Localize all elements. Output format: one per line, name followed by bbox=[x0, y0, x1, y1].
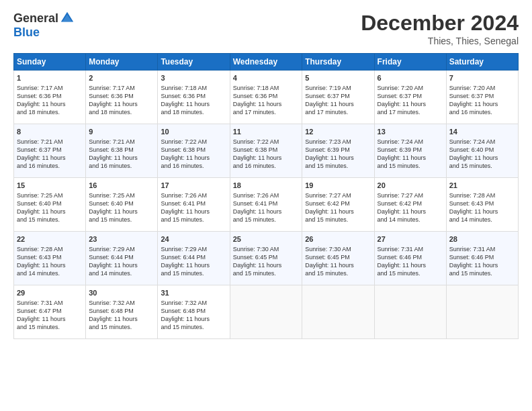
table-row: 16Sunrise: 7:25 AM Sunset: 6:40 PM Dayli… bbox=[86, 178, 158, 232]
table-row: 23Sunrise: 7:29 AM Sunset: 6:44 PM Dayli… bbox=[86, 232, 158, 285]
day-number: 6 bbox=[378, 73, 443, 83]
col-sunday: Sunday bbox=[14, 54, 86, 71]
page: General Blue December 2024 Thies, Thies,… bbox=[0, 0, 532, 411]
table-row: 17Sunrise: 7:26 AM Sunset: 6:41 PM Dayli… bbox=[158, 178, 230, 232]
table-row: 24Sunrise: 7:29 AM Sunset: 6:44 PM Dayli… bbox=[158, 232, 230, 285]
table-row bbox=[374, 285, 446, 339]
day-number: 16 bbox=[89, 181, 154, 191]
table-row: 9Sunrise: 7:21 AM Sunset: 6:38 PM Daylig… bbox=[86, 124, 158, 178]
table-row: 2Sunrise: 7:17 AM Sunset: 6:36 PM Daylig… bbox=[86, 71, 158, 124]
day-info: Sunrise: 7:20 AM Sunset: 6:37 PM Dayligh… bbox=[449, 84, 515, 117]
day-number: 7 bbox=[449, 73, 515, 83]
day-info: Sunrise: 7:23 AM Sunset: 6:39 PM Dayligh… bbox=[305, 138, 371, 171]
calendar-week-2: 8Sunrise: 7:21 AM Sunset: 6:37 PM Daylig… bbox=[14, 124, 519, 178]
header: General Blue December 2024 Thies, Thies,… bbox=[13, 11, 519, 46]
day-number: 27 bbox=[378, 234, 443, 244]
day-info: Sunrise: 7:25 AM Sunset: 6:40 PM Dayligh… bbox=[17, 191, 83, 224]
day-number: 2 bbox=[89, 73, 154, 83]
month-title: December 2024 bbox=[361, 11, 519, 36]
header-row: Sunday Monday Tuesday Wednesday Thursday… bbox=[14, 54, 519, 71]
day-number: 24 bbox=[161, 234, 226, 244]
calendar-week-3: 15Sunrise: 7:25 AM Sunset: 6:40 PM Dayli… bbox=[14, 178, 519, 232]
day-info: Sunrise: 7:19 AM Sunset: 6:37 PM Dayligh… bbox=[305, 84, 371, 117]
table-row: 19Sunrise: 7:27 AM Sunset: 6:42 PM Dayli… bbox=[302, 178, 374, 232]
day-info: Sunrise: 7:30 AM Sunset: 6:45 PM Dayligh… bbox=[305, 245, 371, 278]
day-info: Sunrise: 7:27 AM Sunset: 6:42 PM Dayligh… bbox=[378, 191, 443, 224]
day-number: 5 bbox=[305, 73, 371, 83]
day-number: 22 bbox=[17, 234, 83, 244]
table-row bbox=[230, 285, 302, 339]
day-number: 14 bbox=[449, 127, 515, 137]
day-number: 25 bbox=[233, 234, 300, 244]
day-number: 12 bbox=[305, 127, 371, 137]
day-info: Sunrise: 7:18 AM Sunset: 6:36 PM Dayligh… bbox=[233, 84, 300, 117]
day-info: Sunrise: 7:22 AM Sunset: 6:38 PM Dayligh… bbox=[233, 138, 300, 171]
logo-blue: Blue bbox=[13, 26, 40, 40]
day-info: Sunrise: 7:32 AM Sunset: 6:48 PM Dayligh… bbox=[89, 299, 154, 332]
day-number: 8 bbox=[17, 127, 83, 137]
day-info: Sunrise: 7:26 AM Sunset: 6:41 PM Dayligh… bbox=[161, 191, 226, 224]
table-row: 1Sunrise: 7:17 AM Sunset: 6:36 PM Daylig… bbox=[14, 71, 86, 124]
day-number: 30 bbox=[89, 288, 154, 298]
table-row: 15Sunrise: 7:25 AM Sunset: 6:40 PM Dayli… bbox=[14, 178, 86, 232]
table-row: 4Sunrise: 7:18 AM Sunset: 6:36 PM Daylig… bbox=[230, 71, 302, 124]
day-info: Sunrise: 7:29 AM Sunset: 6:44 PM Dayligh… bbox=[89, 245, 154, 278]
col-thursday: Thursday bbox=[302, 54, 374, 71]
day-info: Sunrise: 7:21 AM Sunset: 6:37 PM Dayligh… bbox=[17, 138, 83, 171]
day-info: Sunrise: 7:27 AM Sunset: 6:42 PM Dayligh… bbox=[305, 191, 371, 224]
table-row bbox=[446, 285, 518, 339]
day-number: 10 bbox=[161, 127, 226, 137]
col-friday: Friday bbox=[374, 54, 446, 71]
day-info: Sunrise: 7:22 AM Sunset: 6:38 PM Dayligh… bbox=[161, 138, 226, 171]
col-wednesday: Wednesday bbox=[230, 54, 302, 71]
col-monday: Monday bbox=[86, 54, 158, 71]
day-number: 1 bbox=[17, 73, 83, 83]
calendar-week-1: 1Sunrise: 7:17 AM Sunset: 6:36 PM Daylig… bbox=[14, 71, 519, 124]
day-number: 28 bbox=[449, 234, 515, 244]
table-row: 13Sunrise: 7:24 AM Sunset: 6:39 PM Dayli… bbox=[374, 124, 446, 178]
logo-general: General bbox=[13, 11, 58, 26]
table-row: 30Sunrise: 7:32 AM Sunset: 6:48 PM Dayli… bbox=[86, 285, 158, 339]
day-info: Sunrise: 7:18 AM Sunset: 6:36 PM Dayligh… bbox=[161, 84, 226, 117]
day-info: Sunrise: 7:28 AM Sunset: 6:43 PM Dayligh… bbox=[449, 191, 515, 224]
table-row: 27Sunrise: 7:31 AM Sunset: 6:46 PM Dayli… bbox=[374, 232, 446, 285]
day-number: 17 bbox=[161, 181, 226, 191]
day-number: 20 bbox=[378, 181, 443, 191]
day-number: 31 bbox=[161, 288, 226, 298]
col-tuesday: Tuesday bbox=[158, 54, 230, 71]
day-info: Sunrise: 7:17 AM Sunset: 6:36 PM Dayligh… bbox=[17, 84, 83, 117]
day-number: 11 bbox=[233, 127, 300, 137]
table-row: 11Sunrise: 7:22 AM Sunset: 6:38 PM Dayli… bbox=[230, 124, 302, 178]
table-row: 25Sunrise: 7:30 AM Sunset: 6:45 PM Dayli… bbox=[230, 232, 302, 285]
day-number: 19 bbox=[305, 181, 371, 191]
table-row: 31Sunrise: 7:32 AM Sunset: 6:48 PM Dayli… bbox=[158, 285, 230, 339]
day-info: Sunrise: 7:20 AM Sunset: 6:37 PM Dayligh… bbox=[378, 84, 443, 117]
table-row: 12Sunrise: 7:23 AM Sunset: 6:39 PM Dayli… bbox=[302, 124, 374, 178]
day-info: Sunrise: 7:17 AM Sunset: 6:36 PM Dayligh… bbox=[89, 84, 154, 117]
table-row: 8Sunrise: 7:21 AM Sunset: 6:37 PM Daylig… bbox=[14, 124, 86, 178]
table-row: 28Sunrise: 7:31 AM Sunset: 6:46 PM Dayli… bbox=[446, 232, 518, 285]
day-number: 9 bbox=[89, 127, 154, 137]
day-info: Sunrise: 7:26 AM Sunset: 6:41 PM Dayligh… bbox=[233, 191, 300, 224]
table-row: 3Sunrise: 7:18 AM Sunset: 6:36 PM Daylig… bbox=[158, 71, 230, 124]
day-info: Sunrise: 7:29 AM Sunset: 6:44 PM Dayligh… bbox=[161, 245, 226, 278]
table-row: 5Sunrise: 7:19 AM Sunset: 6:37 PM Daylig… bbox=[302, 71, 374, 124]
day-number: 29 bbox=[17, 288, 83, 298]
col-saturday: Saturday bbox=[446, 54, 518, 71]
day-number: 21 bbox=[449, 181, 515, 191]
day-info: Sunrise: 7:31 AM Sunset: 6:47 PM Dayligh… bbox=[17, 299, 83, 332]
day-info: Sunrise: 7:24 AM Sunset: 6:40 PM Dayligh… bbox=[449, 138, 515, 171]
calendar-week-4: 22Sunrise: 7:28 AM Sunset: 6:43 PM Dayli… bbox=[14, 232, 519, 285]
day-info: Sunrise: 7:30 AM Sunset: 6:45 PM Dayligh… bbox=[233, 245, 300, 278]
table-row: 18Sunrise: 7:26 AM Sunset: 6:41 PM Dayli… bbox=[230, 178, 302, 232]
day-number: 13 bbox=[378, 127, 443, 137]
calendar-table: Sunday Monday Tuesday Wednesday Thursday… bbox=[13, 53, 519, 339]
day-number: 3 bbox=[161, 73, 226, 83]
logo-icon bbox=[60, 11, 75, 26]
day-info: Sunrise: 7:24 AM Sunset: 6:39 PM Dayligh… bbox=[378, 138, 443, 171]
table-row: 29Sunrise: 7:31 AM Sunset: 6:47 PM Dayli… bbox=[14, 285, 86, 339]
day-info: Sunrise: 7:31 AM Sunset: 6:46 PM Dayligh… bbox=[378, 245, 443, 278]
day-info: Sunrise: 7:28 AM Sunset: 6:43 PM Dayligh… bbox=[17, 245, 83, 278]
table-row: 22Sunrise: 7:28 AM Sunset: 6:43 PM Dayli… bbox=[14, 232, 86, 285]
calendar-week-5: 29Sunrise: 7:31 AM Sunset: 6:47 PM Dayli… bbox=[14, 285, 519, 339]
